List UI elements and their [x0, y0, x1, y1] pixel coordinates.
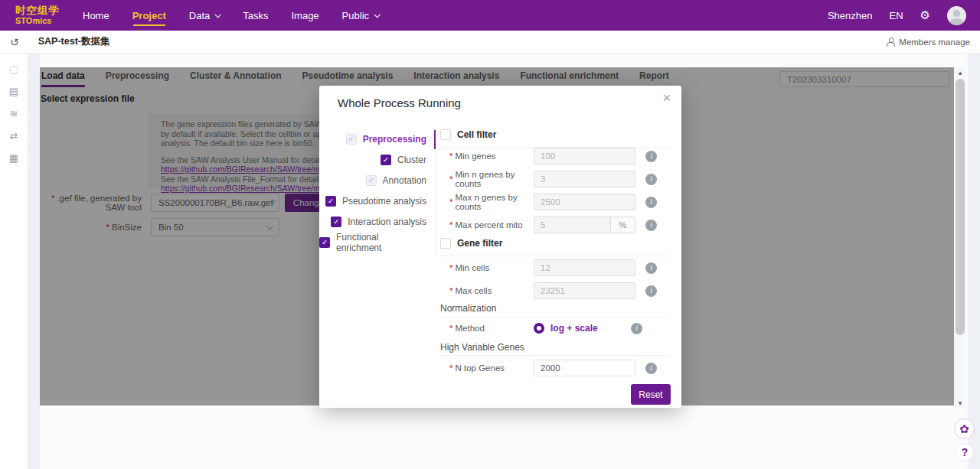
reset-button[interactable]: Reset — [631, 384, 671, 405]
info-icon[interactable]: i — [645, 262, 657, 274]
checkbox-unchecked[interactable]: ✓ — [440, 238, 451, 249]
checkbox-checked-disabled: ✓ — [346, 134, 357, 145]
step-pseudotime-analysis[interactable]: ✓ Pseudotime analysis — [319, 191, 426, 211]
top-navigation-bar: 时空组学 STOmics Home Project Data Tasks Ima… — [0, 0, 980, 31]
max-cells-row: *Max cells i — [440, 282, 670, 299]
max-cells-label: *Max cells — [440, 286, 534, 295]
pipeline-icon[interactable]: ≋ — [10, 108, 18, 119]
app-window: 时空组学 STOmics Home Project Data Tasks Ima… — [0, 0, 980, 469]
members-manage-label: Members manage — [899, 37, 970, 47]
cell-filter-group[interactable]: ✓ Cell filter — [440, 129, 496, 140]
radio-selected[interactable] — [534, 323, 544, 334]
question-mark-icon: ? — [962, 446, 969, 458]
flower-icon: ✿ — [959, 422, 969, 436]
file-card-icon[interactable]: ▤ — [9, 86, 18, 97]
min-n-genes-label: *Min n genes by counts — [440, 170, 534, 188]
nav-label: Image — [291, 10, 318, 21]
step-annotation[interactable]: ✓ Annotation — [319, 170, 426, 191]
dashboard-icon[interactable]: ◌ — [9, 64, 18, 75]
whole-process-running-modal: Whole Process Running × ✓ Preprocessing … — [319, 86, 681, 408]
stomics-logo[interactable]: 时空组学 STOmics — [15, 5, 60, 25]
scroll-up-arrow[interactable]: ▲ — [954, 67, 966, 77]
nav-item-public[interactable]: Public — [342, 0, 379, 31]
step-preprocessing[interactable]: ✓ Preprocessing — [319, 129, 426, 149]
method-row: *Method log + scale i — [440, 320, 670, 337]
n-top-genes-label: *N top Genes — [440, 363, 534, 373]
info-icon[interactable]: i — [631, 323, 642, 334]
checkbox-unchecked[interactable]: ✓ — [440, 129, 451, 140]
max-n-genes-input — [534, 194, 635, 210]
info-icon[interactable]: i — [645, 220, 657, 231]
main-nav: Home Project Data Tasks Image Public — [83, 0, 379, 31]
help-button[interactable]: ? — [956, 443, 974, 461]
vertical-scrollbar[interactable]: ▲ ▼ — [954, 67, 966, 408]
cell-filter-label: Cell filter — [457, 129, 496, 140]
n-top-genes-input[interactable] — [534, 360, 635, 376]
transfer-icon[interactable]: ⇄ — [10, 130, 18, 142]
divider — [440, 256, 670, 256]
normalization-section-title: Normalization — [440, 303, 496, 314]
step-label: Functional enrichment — [336, 232, 426, 253]
chevron-down-icon — [215, 11, 221, 18]
topbar-right: Shenzhen EN ⚙ — [828, 6, 980, 25]
checkbox-checked[interactable]: ✓ — [319, 237, 330, 248]
info-icon[interactable]: i — [645, 197, 657, 208]
left-gutter — [28, 54, 40, 469]
members-manage-button[interactable]: Members manage — [887, 37, 970, 47]
max-percent-mito-input — [534, 217, 610, 233]
tool-sidebar: ◌ ▤ ≋ ⇄ ▦ — [0, 54, 28, 469]
min-cells-label: *Min cells — [440, 263, 534, 272]
info-icon[interactable]: i — [645, 174, 657, 185]
logo-en: STOmics — [15, 17, 60, 25]
clipboard-icon[interactable]: ▦ — [9, 152, 18, 164]
step-label: Annotation — [383, 175, 426, 186]
step-functional-enrichment[interactable]: ✓ Functional enrichment — [319, 232, 426, 252]
breadcrumb-bar: ↺ SAP-test-数据集 Members manage — [0, 31, 980, 54]
checkbox-checked[interactable]: ✓ — [325, 196, 336, 207]
min-genes-row: *Min genes i — [440, 148, 670, 164]
divider — [440, 355, 670, 356]
avatar[interactable] — [947, 6, 966, 25]
n-top-genes-row: *N top Genes i — [440, 360, 670, 376]
region-selector[interactable]: Shenzhen — [828, 10, 873, 21]
gene-filter-group[interactable]: ✓ Gene filter — [440, 238, 502, 249]
checkbox-checked-disabled: ✓ — [366, 175, 377, 186]
logo-cn: 时空组学 — [15, 5, 60, 16]
method-label: *Method — [440, 324, 534, 333]
step-label: Pseudotime analysis — [342, 196, 426, 207]
step-interaction-analysis[interactable]: ✓ Interaction analysis — [319, 211, 426, 232]
min-n-genes-row: *Min n genes by counts i — [440, 171, 670, 187]
scrollbar-thumb[interactable] — [956, 79, 965, 335]
nav-item-project[interactable]: Project — [132, 0, 166, 31]
language-selector[interactable]: EN — [889, 10, 903, 21]
min-cells-input — [534, 259, 635, 276]
back-icon[interactable]: ↺ — [10, 37, 19, 47]
max-percent-mito-row: *Max percent mito % i — [440, 217, 670, 233]
active-step-indicator — [434, 130, 436, 149]
info-icon[interactable]: i — [645, 285, 657, 297]
gene-filter-label: Gene filter — [457, 238, 502, 249]
scroll-down-arrow[interactable]: ▼ — [954, 398, 966, 408]
nav-label: Data — [189, 10, 210, 21]
checkbox-checked[interactable]: ✓ — [331, 217, 341, 227]
preprocessing-form: ✓ Cell filter *Min genes i *Min n genes … — [440, 86, 670, 408]
divider — [440, 317, 670, 318]
page-body: ◌ ▤ ≋ ⇄ ▦ Load data Preprocessing Cluste… — [0, 54, 980, 469]
step-cluster[interactable]: ✓ Cluster — [319, 149, 426, 170]
nav-item-image[interactable]: Image — [291, 0, 318, 31]
info-icon[interactable]: i — [645, 363, 657, 374]
info-icon[interactable]: i — [645, 151, 657, 162]
step-label: Cluster — [397, 155, 426, 165]
max-percent-mito-input-group: % — [534, 217, 635, 233]
min-genes-input — [534, 148, 635, 164]
step-label: Preprocessing — [363, 134, 426, 145]
nav-item-tasks[interactable]: Tasks — [243, 0, 268, 31]
method-value[interactable]: log + scale — [550, 323, 621, 334]
nav-item-data[interactable]: Data — [189, 0, 220, 31]
checkbox-checked[interactable]: ✓ — [381, 155, 391, 165]
gear-icon[interactable]: ⚙ — [920, 8, 930, 22]
nav-item-home[interactable]: Home — [83, 0, 109, 31]
max-n-genes-row: *Max n genes by counts i — [440, 194, 670, 210]
nav-label: Project — [132, 10, 166, 21]
assistant-flower-button[interactable]: ✿ — [954, 419, 975, 439]
